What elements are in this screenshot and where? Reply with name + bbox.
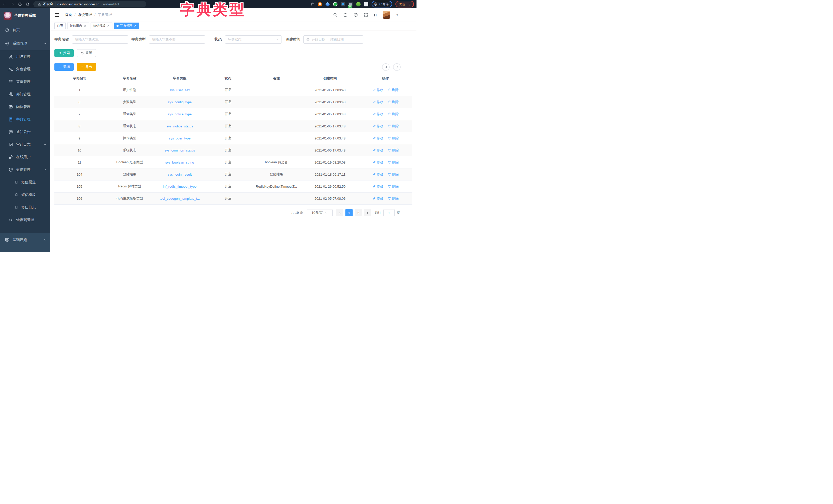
table-row[interactable]: 105 Redis 超时类型 inf_redis_timeout_type 开启… (54, 180, 412, 193)
delete-link[interactable]: 删除 (388, 196, 399, 201)
delete-link[interactable]: 删除 (388, 112, 399, 117)
reset-button[interactable]: 重置 (77, 49, 96, 57)
fullscreen-icon[interactable] (364, 12, 368, 17)
extension-puzzle-icon[interactable] (341, 2, 345, 6)
caret-down-icon[interactable]: ▼ (396, 14, 399, 17)
delete-link[interactable]: 删除 (388, 148, 399, 153)
tab-dict-active[interactable]: 字典管理 (114, 23, 139, 29)
delete-link[interactable]: 删除 (388, 184, 399, 189)
goto-page-input[interactable] (383, 209, 395, 217)
app-logo-row[interactable]: 芋道管理系统 (0, 8, 50, 23)
sidebar-item-error-code[interactable]: 错误码管理 (0, 213, 50, 226)
dict-type-link[interactable]: sys_common_status (165, 148, 195, 152)
page-button-1[interactable]: 1 (346, 209, 353, 217)
address-bar[interactable]: 不安全 dashboard.yudao.iocoder.cn/system/di… (33, 1, 146, 7)
breadcrumb-system[interactable]: 系统管理 (78, 12, 92, 17)
sidebar-item-sms-channel[interactable]: 短信渠道 (0, 176, 50, 188)
dict-type-link[interactable]: sys_notice_status (167, 124, 193, 128)
table-row[interactable]: 8 通知状态 sys_notice_status 开启 2021-01-05 1… (54, 120, 412, 132)
breadcrumb-home[interactable]: 首页 (65, 12, 72, 17)
browser-forward-icon[interactable] (10, 2, 15, 6)
edit-link[interactable]: 修改 (373, 100, 383, 104)
extension-green-icon[interactable] (333, 2, 337, 6)
edit-link[interactable]: 修改 (373, 112, 383, 117)
browser-home-icon[interactable] (26, 2, 30, 6)
sidebar-item-dict[interactable]: 字典管理 (0, 113, 50, 126)
delete-link[interactable]: 删除 (388, 88, 399, 92)
close-icon[interactable] (134, 24, 137, 27)
toggle-search-button[interactable] (382, 63, 389, 71)
collapse-sidebar-icon[interactable] (54, 12, 59, 18)
sidebar-item-departments[interactable]: 部门管理 (0, 88, 50, 100)
sidebar-item-users[interactable]: 用户管理 (0, 50, 50, 63)
table-row[interactable]: 9 操作类型 sys_oper_type 开启 2021-01-05 17:03… (54, 132, 412, 144)
table-row[interactable]: 11 Boolean 是否类型 sys_boolean_string 开启 bo… (54, 156, 412, 169)
table-row[interactable]: 10 系统状态 sys_common_status 开启 2021-01-05 … (54, 144, 412, 156)
sidebar-item-audit-log[interactable]: 审计日志 (0, 138, 50, 151)
sidebar-item-sms-template[interactable]: 短信模板 (0, 188, 50, 201)
export-button[interactable]: 导出 (77, 63, 96, 71)
help-icon[interactable] (353, 12, 358, 17)
dict-type-link[interactable]: tool_codegen_template_t... (160, 197, 200, 200)
edit-link[interactable]: 修改 (373, 88, 383, 92)
sidebar-item-menus[interactable]: 菜单管理 (0, 75, 50, 88)
table-row[interactable]: 7 通知类型 sys_notice_type 开启 2021-01-05 17:… (54, 108, 412, 120)
sidebar-item-online-users[interactable]: 在线用户 (0, 151, 50, 163)
sidebar-item-notice[interactable]: 通知公告 (0, 126, 50, 138)
extension-target-icon[interactable] (318, 2, 322, 6)
delete-link[interactable]: 删除 (388, 172, 399, 177)
dict-type-link[interactable]: sys_boolean_string (165, 160, 194, 164)
edit-link[interactable]: 修改 (373, 148, 383, 153)
tab-home[interactable]: 首页 (54, 23, 66, 29)
tab-sms-template[interactable]: 短信模板 (91, 23, 112, 29)
status-select[interactable]: 字典状态 (225, 35, 282, 44)
add-button[interactable]: 新增 (54, 63, 74, 71)
user-avatar[interactable] (383, 11, 390, 19)
sidebar-item-home[interactable]: 首页 (0, 23, 50, 37)
edit-link[interactable]: 修改 (373, 160, 383, 165)
edit-link[interactable]: 修改 (373, 196, 383, 201)
page-size-select[interactable]: 10条/页 (307, 209, 333, 217)
font-size-icon[interactable]: tT (374, 13, 377, 17)
delete-link[interactable]: 删除 (388, 100, 399, 104)
table-row[interactable]: 1 用户性别 sys_user_sex 开启 2021-01-05 17:03:… (54, 84, 412, 96)
dict-type-link[interactable]: sys_config_type (168, 100, 192, 104)
dict-type-link[interactable]: inf_redis_timeout_type (163, 184, 196, 188)
extension-ghost-icon[interactable] (364, 2, 368, 6)
sidebar-item-posts[interactable]: 岗位管理 (0, 100, 50, 113)
close-icon[interactable] (107, 24, 110, 27)
search-icon[interactable] (333, 12, 337, 17)
edit-link[interactable]: 修改 (373, 136, 383, 141)
date-range-picker[interactable]: 开始日期 - 结束日期 (303, 35, 363, 44)
dict-type-link[interactable]: sys_oper_type (169, 136, 191, 140)
delete-link[interactable]: 删除 (388, 160, 399, 165)
extension-gem-icon[interactable] (326, 2, 330, 6)
sidebar-item-system[interactable]: 系统管理 (0, 37, 50, 50)
table-row[interactable]: 6 参数类型 sys_config_type 开启 2021-01-05 17:… (54, 96, 412, 108)
table-row[interactable]: 104 登陆结果 sys_login_result 开启 登陆结果 2021-0… (54, 169, 412, 180)
page-button-2[interactable]: 2 (355, 209, 362, 217)
delete-link[interactable]: 删除 (388, 136, 399, 141)
browser-reload-icon[interactable] (18, 2, 22, 6)
refresh-table-button[interactable] (393, 63, 401, 71)
search-button[interactable]: 搜索 (54, 49, 74, 57)
dict-type-link[interactable]: sys_login_result (168, 173, 192, 176)
prev-page-button[interactable] (336, 209, 343, 217)
next-page-button[interactable] (364, 209, 371, 217)
edit-link[interactable]: 修改 (373, 172, 383, 177)
dict-type-input[interactable] (149, 35, 205, 44)
browser-back-icon[interactable] (3, 2, 7, 6)
browser-update-button[interactable]: 更新 (396, 1, 414, 7)
bookmark-star-icon[interactable] (310, 2, 314, 6)
edit-link[interactable]: 修改 (373, 124, 383, 128)
table-row[interactable]: 106 代码生成模板类型 tool_codegen_template_t... … (54, 193, 412, 205)
dict-type-link[interactable]: sys_notice_type (168, 112, 192, 116)
edit-link[interactable]: 修改 (373, 184, 383, 189)
github-icon[interactable] (343, 12, 348, 17)
sidebar-item-infrastructure[interactable]: 基础设施 (0, 233, 50, 247)
tab-sms-log[interactable]: 短信日志 (67, 23, 89, 29)
browser-menu-icon[interactable] (408, 2, 411, 6)
extension-paused-chip[interactable]: 😀 已暂停 (372, 1, 392, 7)
dict-type-link[interactable]: sys_user_sex (170, 88, 190, 92)
extension-leaf-icon[interactable] (356, 2, 361, 6)
